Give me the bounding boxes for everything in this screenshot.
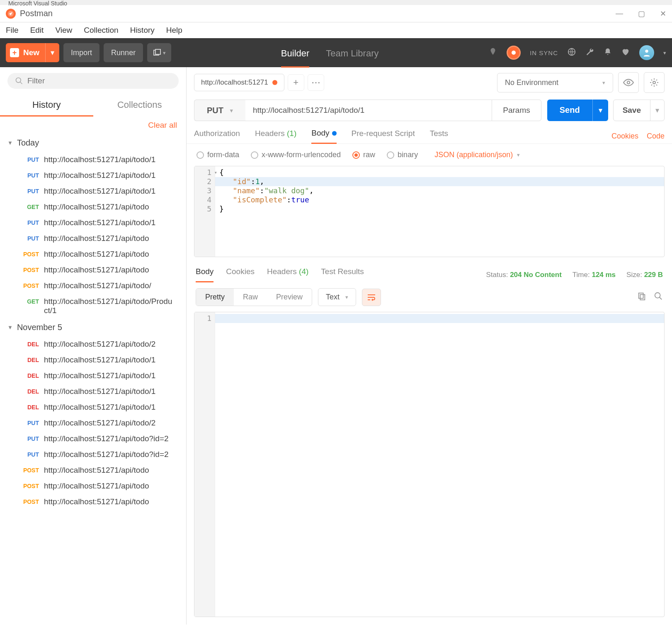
history-item[interactable]: GEThttp://localhost:51271/api/todo/Produ… [0, 294, 186, 318]
search-response-button[interactable] [654, 292, 663, 303]
sync-icon[interactable] [507, 46, 521, 60]
history-item[interactable]: PUThttp://localhost:51271/api/todo/2 [0, 415, 186, 431]
history-group-header[interactable]: ▼Today [0, 134, 186, 152]
radio-formdata[interactable]: form-data [197, 151, 239, 159]
maximize-button[interactable]: ▢ [638, 9, 645, 18]
environment-preview-button[interactable] [618, 72, 639, 93]
new-button[interactable]: + New ▾ [6, 43, 59, 62]
filter-input-wrap[interactable] [7, 73, 179, 89]
history-item[interactable]: DELhttp://localhost:51271/api/todo/1 [0, 368, 186, 384]
subtab-authorization[interactable]: Authorization [194, 129, 240, 143]
history-item[interactable]: PUThttp://localhost:51271/api/todo/1 [0, 152, 186, 168]
content-type-select[interactable]: JSON (application/json) ▾ [434, 151, 520, 159]
history-url: http://localhost:51271/api/todo/1 [44, 387, 179, 396]
response-body-editor[interactable]: 1 [194, 312, 665, 617]
history-item[interactable]: DELhttp://localhost:51271/api/todo/1 [0, 352, 186, 368]
resp-tab-body[interactable]: Body [196, 267, 213, 282]
menu-history[interactable]: History [130, 26, 155, 35]
response-header: Body Cookies Headers (4) Test Results St… [187, 257, 672, 282]
builder-tab[interactable]: Builder [281, 48, 309, 68]
history-item[interactable]: DELhttp://localhost:51271/api/todo/2 [0, 336, 186, 352]
radio-xwww[interactable]: x-www-form-urlencoded [251, 151, 341, 159]
history-item[interactable]: PUThttp://localhost:51271/api/todo [0, 231, 186, 246]
history-item[interactable]: GEThttp://localhost:51271/api/todo [0, 199, 186, 215]
history-url: http://localhost:51271/api/todo/1 [44, 155, 179, 164]
history-item[interactable]: DELhttp://localhost:51271/api/todo/1 [0, 399, 186, 415]
resp-tab-cookies[interactable]: Cookies [226, 267, 255, 282]
wrap-lines-button[interactable] [362, 289, 381, 306]
history-item[interactable]: POSThttp://localhost:51271/api/todo [0, 246, 186, 262]
environment-settings-button[interactable] [644, 72, 665, 93]
save-button[interactable]: Save ▾ [613, 100, 665, 121]
history-url: http://localhost:51271/api/todo/1 [44, 371, 179, 380]
send-button[interactable]: Send ▾ [547, 100, 608, 121]
copy-response-button[interactable] [637, 292, 646, 303]
menu-view[interactable]: View [55, 26, 72, 35]
close-button[interactable]: ✕ [660, 9, 666, 18]
code-content [215, 312, 664, 617]
history-item[interactable]: POSThttp://localhost:51271/api/todo/ [0, 278, 186, 294]
subtab-headers[interactable]: Headers (1) [255, 129, 296, 143]
new-window-button[interactable]: ▾ [147, 43, 171, 62]
history-method: PUT [21, 187, 44, 194]
capture-icon[interactable] [488, 47, 497, 58]
history-item[interactable]: PUThttp://localhost:51271/api/todo?id=2 [0, 447, 186, 462]
user-dropdown[interactable]: ▾ [663, 50, 666, 56]
history-item[interactable]: PUThttp://localhost:51271/api/todo/1 [0, 183, 186, 199]
clear-all-link[interactable]: Clear all [0, 117, 186, 134]
history-item[interactable]: POSThttp://localhost:51271/api/todo [0, 462, 186, 478]
import-button[interactable]: Import [63, 43, 99, 62]
minimize-button[interactable]: — [616, 9, 623, 18]
user-avatar[interactable] [639, 45, 654, 60]
history-item[interactable]: DELhttp://localhost:51271/api/todo/1 [0, 384, 186, 399]
add-tab-button[interactable]: + [288, 74, 304, 91]
team-library-tab[interactable]: Team Library [326, 48, 378, 68]
bell-icon[interactable] [604, 47, 612, 58]
history-method: DEL [21, 403, 44, 411]
send-dropdown[interactable]: ▾ [592, 100, 608, 121]
menu-edit[interactable]: Edit [30, 26, 44, 35]
tab-history[interactable]: History [0, 95, 93, 117]
wrench-icon[interactable] [585, 47, 594, 58]
params-button[interactable]: Params [492, 100, 541, 121]
view-preview[interactable]: Preview [267, 289, 312, 306]
url-input[interactable]: http://localhost:51271/api/todo/1 [245, 100, 492, 121]
heart-icon[interactable] [621, 47, 630, 58]
menu-file[interactable]: File [6, 26, 19, 35]
save-dropdown[interactable]: ▾ [650, 100, 664, 121]
history-item[interactable]: PUThttp://localhost:51271/api/todo?id=2 [0, 431, 186, 447]
radio-raw[interactable]: raw [352, 151, 375, 159]
view-pretty[interactable]: Pretty [196, 289, 234, 306]
environment-select[interactable]: No Environment ▾ [497, 73, 613, 92]
history-item[interactable]: PUThttp://localhost:51271/api/todo/1 [0, 168, 186, 183]
tab-collections[interactable]: Collections [93, 95, 187, 117]
radio-binary[interactable]: binary [387, 151, 418, 159]
menu-collection[interactable]: Collection [84, 26, 118, 35]
tab-options-button[interactable]: ⋯ [308, 74, 324, 91]
globe-icon[interactable] [567, 47, 576, 58]
subtab-prescript[interactable]: Pre-request Script [352, 129, 415, 143]
history-item[interactable]: PUThttp://localhost:51271/api/todo/1 [0, 215, 186, 231]
filter-input[interactable] [27, 76, 171, 85]
menu-help[interactable]: Help [166, 26, 182, 35]
code-content[interactable]: { "id":1, "name":"walk dog", "isComplete… [215, 166, 664, 257]
new-dropdown[interactable]: ▾ [45, 43, 59, 62]
history-item[interactable]: POSThttp://localhost:51271/api/todo [0, 494, 186, 510]
history-group-header[interactable]: ▼November 5 [0, 318, 186, 336]
cookies-link[interactable]: Cookies [611, 132, 638, 141]
subtab-body[interactable]: Body [311, 129, 336, 144]
history-item[interactable]: POSThttp://localhost:51271/api/todo [0, 262, 186, 278]
view-raw[interactable]: Raw [234, 289, 267, 306]
code-link[interactable]: Code [647, 132, 665, 141]
history-method: PUT [21, 234, 44, 242]
history-item[interactable]: POSThttp://localhost:51271/api/todo [0, 478, 186, 494]
format-select[interactable]: Text▾ [318, 288, 356, 306]
request-tab[interactable]: http://localhost:51271 [194, 74, 284, 91]
resp-tab-headers[interactable]: Headers (4) [267, 267, 308, 282]
subtab-tests[interactable]: Tests [430, 129, 448, 143]
resp-tab-testresults[interactable]: Test Results [321, 267, 364, 282]
request-body-editor[interactable]: 1 2 3 4 5 { "id":1, "name":"walk dog", "… [194, 166, 665, 257]
method-select[interactable]: PUT ▾ [194, 100, 245, 121]
history-url: http://localhost:51271/api/todo [44, 481, 179, 491]
runner-button[interactable]: Runner [104, 43, 143, 62]
